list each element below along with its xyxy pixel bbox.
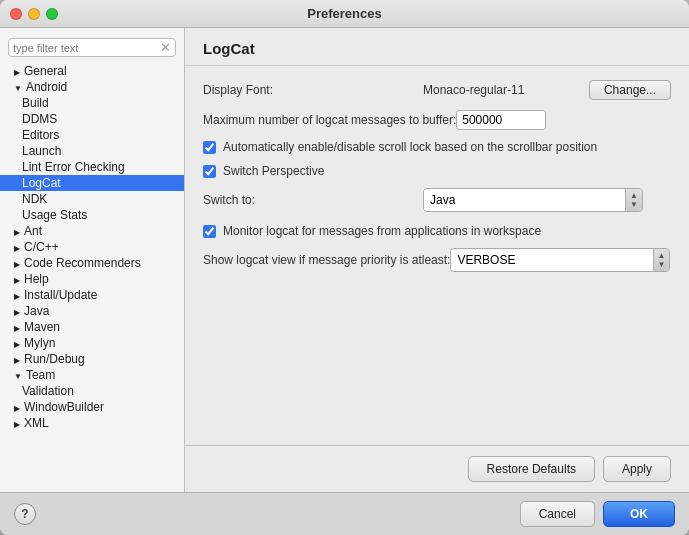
filter-clear-icon[interactable]: ✕ xyxy=(160,41,171,54)
apply-button[interactable]: Apply xyxy=(603,456,671,482)
monitor-logcat-row: Monitor logcat for messages from applica… xyxy=(203,224,671,238)
maximize-button[interactable] xyxy=(46,8,58,20)
sidebar-item-team[interactable]: Team xyxy=(0,367,184,383)
display-font-value: Monaco-regular-11 xyxy=(423,83,589,97)
auto-scroll-row: Automatically enable/disable scroll lock… xyxy=(203,140,671,154)
restore-defaults-button[interactable]: Restore Defaults xyxy=(468,456,595,482)
switch-to-select[interactable]: Java Kotlin Android Default xyxy=(424,190,625,210)
switch-to-select-wrapper: Java Kotlin Android Default ▲▼ xyxy=(423,188,643,212)
sidebar-item-ddms[interactable]: DDMS xyxy=(0,111,184,127)
sidebar-item-c-cpp[interactable]: C/C++ xyxy=(0,239,184,255)
sidebar-item-java[interactable]: Java xyxy=(0,303,184,319)
filter-box: ✕ xyxy=(8,38,176,57)
sidebar-item-window-builder[interactable]: WindowBuilder xyxy=(0,399,184,415)
sidebar-item-ndk[interactable]: NDK xyxy=(0,191,184,207)
sidebar-item-build[interactable]: Build xyxy=(0,95,184,111)
minimize-button[interactable] xyxy=(28,8,40,20)
traffic-lights xyxy=(10,8,58,20)
help-button[interactable]: ? xyxy=(14,503,36,525)
sidebar-item-launch[interactable]: Launch xyxy=(0,143,184,159)
switch-to-label: Switch to: xyxy=(203,193,423,207)
show-logcat-label: Show logcat view if message priority is … xyxy=(203,253,450,267)
sidebar-item-lint-error[interactable]: Lint Error Checking xyxy=(0,159,184,175)
sidebar-item-run-debug[interactable]: Run/Debug xyxy=(0,351,184,367)
sidebar-item-code-recommenders[interactable]: Code Recommenders xyxy=(0,255,184,271)
monitor-logcat-label: Monitor logcat for messages from applica… xyxy=(223,224,541,238)
sidebar-item-editors[interactable]: Editors xyxy=(0,127,184,143)
preferences-window: Preferences ✕ General Android Build DDMS… xyxy=(0,0,689,535)
max-messages-label: Maximum number of logcat messages to buf… xyxy=(203,113,456,127)
max-messages-row: Maximum number of logcat messages to buf… xyxy=(203,110,671,130)
switch-perspective-checkbox[interactable] xyxy=(203,165,216,178)
sidebar-item-maven[interactable]: Maven xyxy=(0,319,184,335)
filter-input[interactable] xyxy=(13,42,160,54)
close-button[interactable] xyxy=(10,8,22,20)
sidebar-item-xml[interactable]: XML xyxy=(0,415,184,431)
sidebar: ✕ General Android Build DDMS Editors Lau… xyxy=(0,28,185,492)
sidebar-item-logcat[interactable]: LogCat xyxy=(0,175,184,191)
panel-body: Display Font: Monaco-regular-11 Change..… xyxy=(185,66,689,445)
display-font-label: Display Font: xyxy=(203,83,423,97)
auto-scroll-checkbox[interactable] xyxy=(203,141,216,154)
ok-button[interactable]: OK xyxy=(603,501,675,527)
bottom-right-buttons: Cancel OK xyxy=(520,501,675,527)
sidebar-item-general[interactable]: General xyxy=(0,63,184,79)
display-font-row: Display Font: Monaco-regular-11 Change..… xyxy=(203,80,671,100)
switch-perspective-row: Switch Perspective xyxy=(203,164,671,178)
change-font-button[interactable]: Change... xyxy=(589,80,671,100)
sidebar-item-install-update[interactable]: Install/Update xyxy=(0,287,184,303)
sidebar-item-help[interactable]: Help xyxy=(0,271,184,287)
title-bar: Preferences xyxy=(0,0,689,28)
show-logcat-arrows: ▲▼ xyxy=(653,249,670,271)
content-area: ✕ General Android Build DDMS Editors Lau… xyxy=(0,28,689,492)
main-panel: LogCat Display Font: Monaco-regular-11 C… xyxy=(185,28,689,492)
switch-to-row: Switch to: Java Kotlin Android Default ▲… xyxy=(203,188,671,212)
sidebar-item-validation[interactable]: Validation xyxy=(0,383,184,399)
switch-perspective-label: Switch Perspective xyxy=(223,164,324,178)
bottom-bar: ? Cancel OK xyxy=(0,492,689,535)
tree: General Android Build DDMS Editors Launc… xyxy=(0,63,184,486)
show-logcat-row: Show logcat view if message priority is … xyxy=(203,248,671,272)
monitor-logcat-checkbox[interactable] xyxy=(203,225,216,238)
sidebar-item-usage-stats[interactable]: Usage Stats xyxy=(0,207,184,223)
window-title: Preferences xyxy=(307,6,381,21)
sidebar-item-android[interactable]: Android xyxy=(0,79,184,95)
panel-footer: Restore Defaults Apply xyxy=(185,445,689,492)
max-messages-input[interactable] xyxy=(456,110,546,130)
cancel-button[interactable]: Cancel xyxy=(520,501,595,527)
sidebar-item-ant[interactable]: Ant xyxy=(0,223,184,239)
panel-title: LogCat xyxy=(185,28,689,66)
auto-scroll-label: Automatically enable/disable scroll lock… xyxy=(223,140,597,154)
show-logcat-select-wrapper: VERBOSE DEBUG INFO WARN ERROR ASSERT ▲▼ xyxy=(450,248,670,272)
show-logcat-select[interactable]: VERBOSE DEBUG INFO WARN ERROR ASSERT xyxy=(451,250,652,270)
switch-to-arrows: ▲▼ xyxy=(625,189,642,211)
sidebar-item-mylyn[interactable]: Mylyn xyxy=(0,335,184,351)
